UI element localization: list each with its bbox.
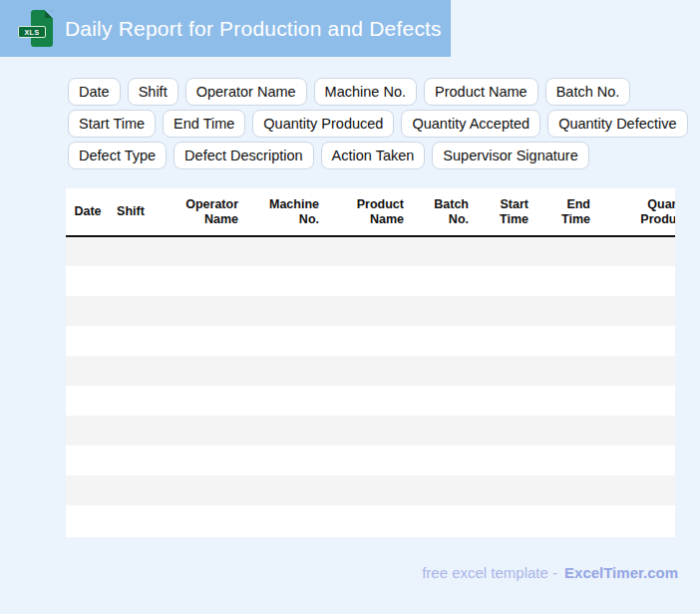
empty-cell (596, 505, 675, 535)
empty-cell (534, 236, 596, 266)
empty-cell (410, 326, 475, 356)
empty-cell (325, 296, 410, 326)
field-chip-product-name[interactable]: Product Name (424, 78, 538, 106)
table-row (66, 296, 675, 326)
empty-cell (410, 236, 475, 266)
field-chip-action-taken[interactable]: Action Taken (321, 142, 426, 169)
field-chip-shift[interactable]: Shift (128, 78, 178, 106)
empty-cell (475, 356, 534, 386)
empty-cell (66, 505, 110, 535)
empty-cell (410, 356, 475, 386)
field-chip-quantity-accepted[interactable]: Quantity Accepted (401, 110, 540, 138)
field-chip-date[interactable]: Date (68, 78, 121, 106)
column-header-product-name: Product Name (325, 188, 410, 236)
empty-cell (475, 505, 534, 535)
empty-cell (410, 505, 475, 535)
report-table-container: DateShiftOperator NameMachine No.Product… (66, 188, 675, 537)
empty-cell (534, 326, 596, 356)
empty-cell (410, 475, 475, 505)
field-chip-machine-no[interactable]: Machine No. (314, 78, 417, 106)
column-header-machine-no: Machine No. (244, 188, 325, 236)
xls-file-icon: XLS (31, 10, 53, 47)
empty-cell (244, 386, 325, 416)
empty-cell (325, 475, 410, 505)
field-chip-quantity-produced[interactable]: Quantity Produced (252, 110, 394, 138)
field-chip-group: DateShiftOperator NameMachine No.Product… (68, 78, 686, 173)
empty-cell (475, 266, 534, 296)
empty-cell (110, 266, 152, 296)
empty-cell (152, 296, 244, 326)
empty-cell (410, 446, 475, 475)
empty-cell (325, 236, 410, 266)
empty-cell (152, 326, 244, 356)
xls-badge: XLS (18, 26, 46, 38)
empty-cell (325, 386, 410, 416)
table-row (66, 266, 675, 296)
field-chip-start-time[interactable]: Start Time (68, 110, 156, 138)
empty-cell (66, 236, 110, 266)
empty-cell (475, 386, 534, 416)
empty-cell (475, 446, 534, 475)
header-row: DateShiftOperator NameMachine No.Product… (66, 188, 675, 236)
report-table: DateShiftOperator NameMachine No.Product… (66, 188, 675, 535)
column-header-date: Date (66, 188, 110, 236)
field-chip-end-time[interactable]: End Time (163, 110, 245, 138)
empty-cell (534, 266, 596, 296)
empty-cell (475, 296, 534, 326)
empty-cell (534, 475, 596, 505)
footer-brand-link[interactable]: ExcelTimer.com (564, 564, 678, 581)
empty-cell (475, 416, 534, 446)
field-chip-defect-description[interactable]: Defect Description (174, 142, 313, 169)
xls-file-fold (45, 10, 53, 18)
empty-cell (534, 296, 596, 326)
empty-cell (410, 386, 475, 416)
footer-text: free excel template - (422, 564, 557, 581)
empty-cell (152, 475, 244, 505)
empty-cell (244, 475, 325, 505)
empty-cell (244, 446, 325, 475)
table-row (66, 505, 675, 535)
empty-cell (410, 266, 475, 296)
empty-cell (534, 356, 596, 386)
app-header-banner: XLS Daily Report for Production and Defe… (0, 0, 451, 57)
table-row (66, 446, 675, 475)
empty-cell (534, 386, 596, 416)
empty-cell (596, 236, 675, 266)
column-header-start-time: Start Time (475, 188, 534, 236)
empty-cell (110, 446, 152, 475)
empty-cell (110, 326, 152, 356)
empty-cell (596, 386, 675, 416)
empty-cell (475, 475, 534, 505)
column-header-quantity-produced: Quantity Produced (596, 188, 675, 236)
empty-cell (475, 326, 534, 356)
column-header-shift: Shift (110, 188, 152, 236)
empty-cell (596, 446, 675, 475)
report-table-header: DateShiftOperator NameMachine No.Product… (66, 188, 675, 236)
empty-cell (596, 475, 675, 505)
report-table-body (66, 236, 675, 535)
empty-cell (596, 326, 675, 356)
empty-cell (534, 505, 596, 535)
empty-cell (475, 236, 534, 266)
field-chip-supervisor-signature[interactable]: Supervisor Signature (432, 142, 588, 169)
field-chip-operator-name[interactable]: Operator Name (185, 78, 307, 106)
empty-cell (110, 356, 152, 386)
field-chip-batch-no[interactable]: Batch No. (545, 78, 631, 106)
empty-cell (66, 296, 110, 326)
empty-cell (152, 236, 244, 266)
empty-cell (152, 416, 244, 446)
empty-cell (596, 356, 675, 386)
empty-cell (152, 446, 244, 475)
empty-cell (410, 296, 475, 326)
empty-cell (244, 416, 325, 446)
empty-cell (110, 416, 152, 446)
table-row (66, 386, 675, 416)
empty-cell (325, 326, 410, 356)
empty-cell (66, 326, 110, 356)
field-chip-defect-type[interactable]: Defect Type (68, 142, 167, 169)
empty-cell (244, 326, 325, 356)
field-chip-quantity-defective[interactable]: Quantity Defective (547, 110, 687, 138)
empty-cell (152, 356, 244, 386)
table-row (66, 475, 675, 505)
table-row (66, 236, 675, 266)
